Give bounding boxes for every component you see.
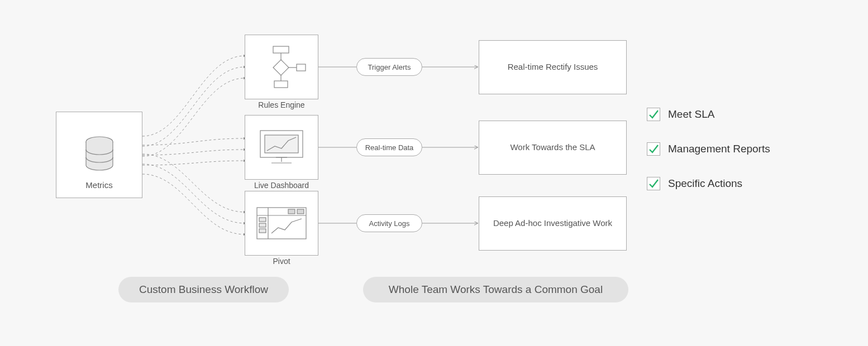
checkbox-icon <box>647 177 660 190</box>
checkbox-icon <box>647 142 660 156</box>
real-time-data-pill: Real-time Data <box>356 138 422 156</box>
check-meet-sla: Meet SLA <box>647 108 770 121</box>
result-rectify: Real-time Rectify Issues <box>479 40 627 94</box>
result-investigate: Deep Ad-hoc Investigative Work <box>479 196 627 251</box>
rules-engine-node <box>245 35 318 99</box>
metrics-node: Metrics <box>56 112 142 198</box>
check-label: Meet SLA <box>668 108 714 121</box>
svg-marker-9 <box>273 60 289 75</box>
trigger-alerts-pill: Trigger Alerts <box>356 58 422 76</box>
check-label: Management Reports <box>668 143 770 155</box>
monitor-chart-icon <box>256 127 307 167</box>
database-icon <box>83 136 116 174</box>
svg-rect-7 <box>273 46 289 53</box>
svg-rect-24 <box>259 229 266 233</box>
svg-rect-26 <box>297 209 304 214</box>
svg-rect-23 <box>259 223 266 227</box>
checkbox-icon <box>647 108 660 121</box>
diagram-stage: Metrics Rules Engine Live Dashboard <box>0 0 868 346</box>
svg-rect-11 <box>297 64 306 71</box>
metrics-label: Metrics <box>85 180 112 190</box>
live-dashboard-node <box>245 115 318 180</box>
check-specific-actions: Specific Actions <box>647 177 770 190</box>
pivot-table-icon <box>255 204 308 242</box>
svg-rect-22 <box>259 218 266 222</box>
live-dashboard-label: Live Dashboard <box>245 181 318 190</box>
svg-rect-25 <box>288 209 295 214</box>
svg-rect-15 <box>265 135 298 153</box>
rules-engine-label: Rules Engine <box>245 100 318 109</box>
pivot-label: Pivot <box>245 257 318 266</box>
pivot-node <box>245 191 318 256</box>
checklist: Meet SLA Management Reports Specific Act… <box>647 108 770 190</box>
check-management-reports: Management Reports <box>647 142 770 156</box>
check-label: Specific Actions <box>668 177 742 190</box>
footer-left: Custom Business Workflow <box>118 277 289 302</box>
footer-right: Whole Team Works Towards a Common Goal <box>363 277 628 302</box>
svg-rect-13 <box>274 81 288 88</box>
result-sla: Work Towards the SLA <box>479 121 627 175</box>
flowchart-icon <box>256 45 307 89</box>
activity-logs-pill: Activity Logs <box>356 214 422 232</box>
